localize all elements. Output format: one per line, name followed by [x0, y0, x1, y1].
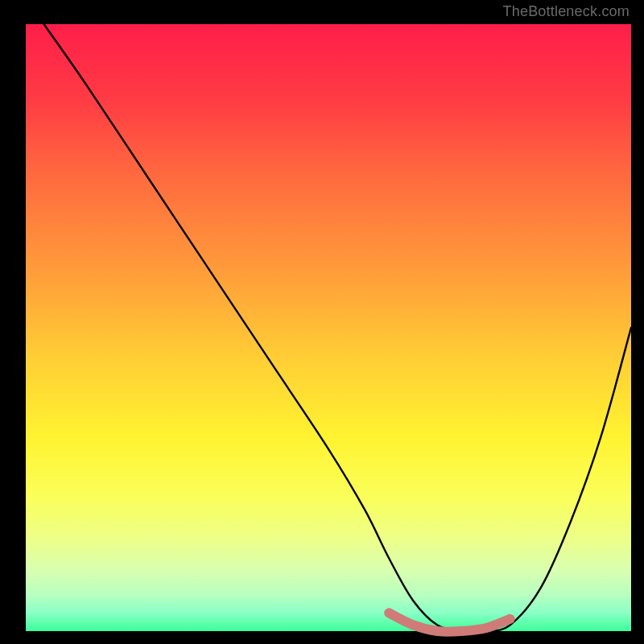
chart-gradient-area [26, 24, 631, 631]
watermark-text: TheBottleneck.com [503, 3, 630, 20]
